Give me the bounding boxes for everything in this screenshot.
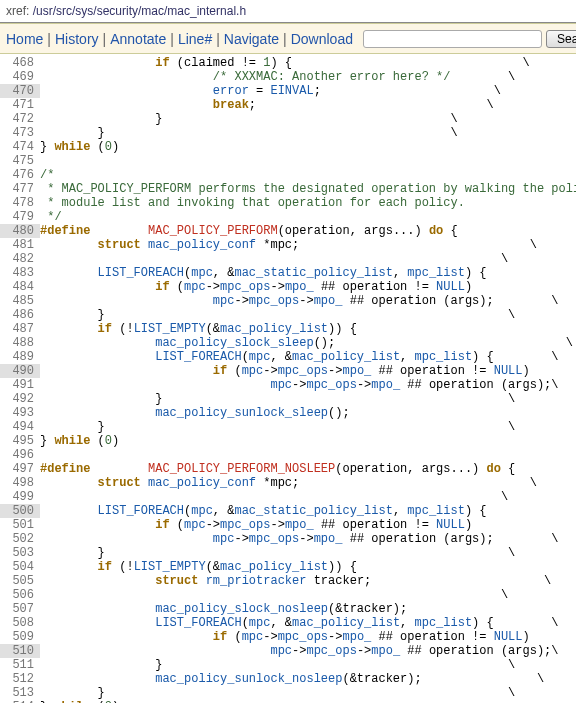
line-number[interactable]: 497 [0, 462, 40, 476]
line-number[interactable]: 492 [0, 392, 40, 406]
line-number[interactable]: 495 [0, 434, 40, 448]
identifier-link[interactable]: mpc_list [407, 504, 465, 518]
line-number[interactable]: 482 [0, 252, 40, 266]
identifier-link[interactable]: NULL [494, 364, 523, 378]
identifier-link[interactable]: LIST_FOREACH [155, 616, 241, 630]
line-number[interactable]: 509 [0, 630, 40, 644]
line-number[interactable]: 500 [0, 504, 40, 518]
identifier-link[interactable]: mpo_ [342, 364, 371, 378]
identifier-link[interactable]: NULL [494, 630, 523, 644]
identifier-link[interactable]: mpc [191, 266, 213, 280]
identifier-link[interactable]: rm_priotracker [206, 574, 307, 588]
identifier-link[interactable]: LIST_EMPTY [134, 322, 206, 336]
identifier-link[interactable]: mpo_ [342, 630, 371, 644]
line-number[interactable]: 476 [0, 168, 40, 182]
identifier-link[interactable]: mac_policy_conf [148, 476, 256, 490]
line-number[interactable]: 503 [0, 546, 40, 560]
identifier-link[interactable]: mpc [213, 294, 235, 308]
line-number[interactable]: 469 [0, 70, 40, 84]
identifier-link[interactable]: mpc_list [407, 266, 465, 280]
identifier-link[interactable]: mpc [249, 616, 271, 630]
line-number[interactable]: 483 [0, 266, 40, 280]
line-number[interactable]: 494 [0, 420, 40, 434]
nav-navigate[interactable]: Navigate [224, 31, 279, 47]
line-number[interactable]: 511 [0, 658, 40, 672]
identifier-link[interactable]: mpc_ops [306, 378, 356, 392]
identifier-link[interactable]: mac_static_policy_list [234, 266, 392, 280]
identifier-link[interactable]: mpc_list [415, 616, 473, 630]
line-number[interactable]: 474 [0, 140, 40, 154]
nav-download[interactable]: Download [291, 31, 353, 47]
line-number[interactable]: 477 [0, 182, 40, 196]
line-number[interactable]: 488 [0, 336, 40, 350]
line-number[interactable]: 513 [0, 686, 40, 700]
identifier-link[interactable]: NULL [436, 518, 465, 532]
line-number[interactable]: 468 [0, 56, 40, 70]
line-number[interactable]: 506 [0, 588, 40, 602]
identifier-link[interactable]: EINVAL [270, 84, 313, 98]
line-number[interactable]: 501 [0, 518, 40, 532]
identifier-link[interactable]: mpo_ [314, 532, 343, 546]
identifier-link[interactable]: mpo_ [371, 378, 400, 392]
identifier-link[interactable]: mpc [249, 350, 271, 364]
identifier-link[interactable]: mpo_ [285, 518, 314, 532]
line-number[interactable]: 512 [0, 672, 40, 686]
identifier-link[interactable]: mpo_ [285, 280, 314, 294]
line-number[interactable]: 491 [0, 378, 40, 392]
identifier-link[interactable]: mac_policy_list [220, 322, 328, 336]
identifier-link[interactable]: mpc [184, 518, 206, 532]
identifier-link[interactable]: mpc [184, 280, 206, 294]
xref-path[interactable]: /usr/src/sys/security/mac/mac_internal.h [33, 4, 246, 18]
identifier-link[interactable]: mpc_ops [249, 294, 299, 308]
identifier-link[interactable]: mac_policy_slock_nosleep [155, 602, 328, 616]
line-number[interactable]: 475 [0, 154, 40, 168]
line-number[interactable]: 498 [0, 476, 40, 490]
line-number[interactable]: 486 [0, 308, 40, 322]
nav-annotate[interactable]: Annotate [110, 31, 166, 47]
search-button[interactable]: Search [546, 30, 576, 48]
identifier-link[interactable]: LIST_FOREACH [98, 266, 184, 280]
identifier-link[interactable]: mpo_ [314, 294, 343, 308]
identifier-link[interactable]: mpc_ops [306, 644, 356, 658]
identifier-link[interactable]: LIST_EMPTY [134, 560, 206, 574]
line-number[interactable]: 510 [0, 644, 40, 658]
line-number[interactable]: 508 [0, 616, 40, 630]
identifier-link[interactable]: mac_policy_list [292, 350, 400, 364]
identifier-link[interactable]: NULL [436, 280, 465, 294]
nav-linenum[interactable]: Line# [178, 31, 212, 47]
line-number[interactable]: 481 [0, 238, 40, 252]
line-number[interactable]: 473 [0, 126, 40, 140]
search-input[interactable] [363, 30, 542, 48]
identifier-link[interactable]: mac_policy_list [220, 560, 328, 574]
identifier-link[interactable]: mpc_ops [220, 518, 270, 532]
identifier-link[interactable]: mpc_ops [220, 280, 270, 294]
identifier-link[interactable]: mpc [191, 504, 213, 518]
identifier-link[interactable]: mac_policy_sunlock_nosleep [155, 672, 342, 686]
line-number[interactable]: 504 [0, 560, 40, 574]
identifier-link[interactable]: mpc_list [415, 350, 473, 364]
line-number[interactable]: 487 [0, 322, 40, 336]
line-number[interactable]: 502 [0, 532, 40, 546]
line-number[interactable]: 507 [0, 602, 40, 616]
identifier-link[interactable]: mac_policy_sunlock_sleep [155, 406, 328, 420]
identifier-link[interactable]: LIST_FOREACH [98, 504, 184, 518]
line-number[interactable]: 489 [0, 350, 40, 364]
identifier-link[interactable]: LIST_FOREACH [155, 350, 241, 364]
line-number[interactable]: 499 [0, 490, 40, 504]
line-number[interactable]: 490 [0, 364, 40, 378]
identifier-link[interactable]: mpc [270, 644, 292, 658]
line-number[interactable]: 471 [0, 98, 40, 112]
identifier-link[interactable]: mpc [213, 532, 235, 546]
nav-home[interactable]: Home [6, 31, 43, 47]
identifier-link[interactable]: mac_static_policy_list [234, 504, 392, 518]
identifier-link[interactable]: mpc_ops [249, 532, 299, 546]
nav-history[interactable]: History [55, 31, 99, 47]
identifier-link[interactable]: mpc_ops [278, 630, 328, 644]
line-number[interactable]: 485 [0, 294, 40, 308]
line-number[interactable]: 479 [0, 210, 40, 224]
identifier-link[interactable]: mpc [242, 630, 264, 644]
line-number[interactable]: 496 [0, 448, 40, 462]
identifier-link[interactable]: mac_policy_conf [148, 238, 256, 252]
line-number[interactable]: 484 [0, 280, 40, 294]
identifier-link[interactable]: mpo_ [371, 644, 400, 658]
